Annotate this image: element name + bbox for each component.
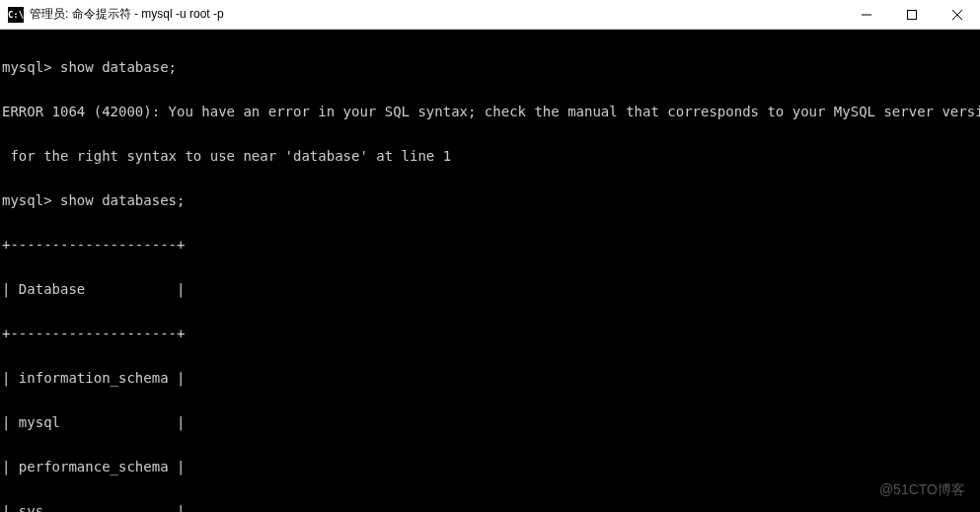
close-icon <box>952 10 962 20</box>
terminal-line: | mysql | <box>2 415 978 430</box>
titlebar[interactable]: C:\ 管理员: 命令提示符 - mysql -u root -p <box>0 0 980 30</box>
terminal-line: +--------------------+ <box>2 327 978 341</box>
cmd-icon: C:\ <box>8 7 24 23</box>
terminal-line: | Database | <box>2 282 978 297</box>
titlebar-left: C:\ 管理员: 命令提示符 - mysql -u root -p <box>0 6 224 23</box>
window-controls <box>844 0 980 29</box>
terminal-line: for the right syntax to use near 'databa… <box>2 149 978 164</box>
window-title: 管理员: 命令提示符 - mysql -u root -p <box>30 6 224 23</box>
svg-rect-1 <box>908 10 917 19</box>
console-window: C:\ 管理员: 命令提示符 - mysql -u root -p mysql>… <box>0 0 980 512</box>
minimize-icon <box>862 10 871 20</box>
maximize-button[interactable] <box>889 0 935 29</box>
terminal-line: +--------------------+ <box>2 238 978 253</box>
terminal-line: | performance_schema | <box>2 460 978 475</box>
terminal-line: mysql> show database; <box>2 60 978 75</box>
minimize-button[interactable] <box>844 0 889 29</box>
maximize-icon <box>907 10 917 20</box>
close-button[interactable] <box>935 0 980 29</box>
watermark: @51CTO博客 <box>879 482 965 497</box>
terminal-line: | information_schema | <box>2 371 978 386</box>
terminal-line: mysql> show databases; <box>2 193 978 208</box>
terminal-line: | sys | <box>2 504 978 512</box>
terminal-body[interactable]: mysql> show database; ERROR 1064 (42000)… <box>0 30 980 512</box>
terminal-line: ERROR 1064 (42000): You have an error in… <box>2 105 978 119</box>
